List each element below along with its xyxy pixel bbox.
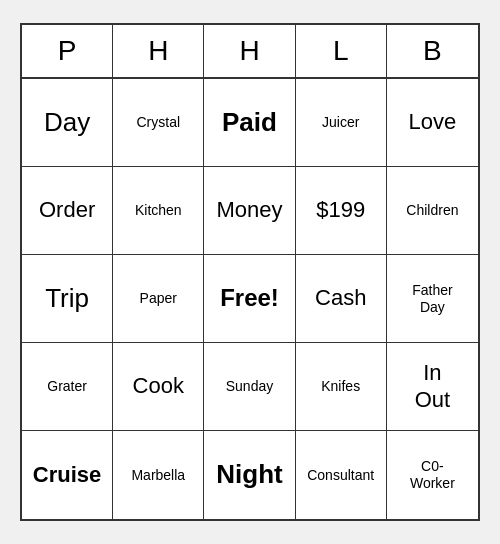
bingo-header: P H H L B bbox=[22, 25, 478, 79]
cell-text: Cruise bbox=[33, 462, 101, 488]
cell-text: Children bbox=[406, 202, 458, 219]
cell-4-4: Knifes bbox=[296, 343, 387, 431]
cell-text: Kitchen bbox=[135, 202, 182, 219]
cell-text: Money bbox=[216, 197, 282, 223]
cell-text: Day bbox=[44, 107, 90, 138]
cell-text: Cash bbox=[315, 285, 366, 311]
cell-text: Father Day bbox=[412, 282, 452, 316]
cell-text: Trip bbox=[45, 283, 89, 314]
header-p: P bbox=[22, 25, 113, 77]
cell-1-3: Paid bbox=[204, 79, 295, 167]
cell-4-2: Cook bbox=[113, 343, 204, 431]
cell-4-1: Grater bbox=[22, 343, 113, 431]
cell-text: Consultant bbox=[307, 467, 374, 484]
cell-4-3: Sunday bbox=[204, 343, 295, 431]
cell-2-2: Kitchen bbox=[113, 167, 204, 255]
cell-text: Juicer bbox=[322, 114, 359, 131]
bingo-card: P H H L B Day Crystal Paid Juicer Love O… bbox=[20, 23, 480, 521]
cell-text: $199 bbox=[316, 197, 365, 223]
cell-text: Grater bbox=[47, 378, 87, 395]
cell-3-1: Trip bbox=[22, 255, 113, 343]
header-l: L bbox=[296, 25, 387, 77]
cell-text: Love bbox=[409, 109, 457, 135]
cell-1-1: Day bbox=[22, 79, 113, 167]
cell-1-4: Juicer bbox=[296, 79, 387, 167]
cell-1-5: Love bbox=[387, 79, 478, 167]
cell-text: Knifes bbox=[321, 378, 360, 395]
cell-text: Cook bbox=[133, 373, 184, 399]
cell-text: Night bbox=[216, 459, 282, 490]
cell-text: Paid bbox=[222, 107, 277, 138]
cell-text: C0- Worker bbox=[410, 458, 455, 492]
cell-3-3: Free! bbox=[204, 255, 295, 343]
cell-3-4: Cash bbox=[296, 255, 387, 343]
cell-2-5: Children bbox=[387, 167, 478, 255]
cell-3-2: Paper bbox=[113, 255, 204, 343]
header-h1: H bbox=[113, 25, 204, 77]
cell-5-4: Consultant bbox=[296, 431, 387, 519]
cell-3-5: Father Day bbox=[387, 255, 478, 343]
cell-text: Marbella bbox=[131, 467, 185, 484]
header-b: B bbox=[387, 25, 478, 77]
cell-text: Sunday bbox=[226, 378, 273, 395]
cell-text: In Out bbox=[415, 360, 450, 413]
header-h2: H bbox=[204, 25, 295, 77]
cell-2-1: Order bbox=[22, 167, 113, 255]
cell-5-5: C0- Worker bbox=[387, 431, 478, 519]
bingo-grid: Day Crystal Paid Juicer Love Order Kitch… bbox=[22, 79, 478, 519]
cell-text: Free! bbox=[220, 284, 279, 313]
cell-2-3: Money bbox=[204, 167, 295, 255]
cell-4-5: In Out bbox=[387, 343, 478, 431]
cell-text: Order bbox=[39, 197, 95, 223]
cell-5-2: Marbella bbox=[113, 431, 204, 519]
cell-1-2: Crystal bbox=[113, 79, 204, 167]
cell-5-3: Night bbox=[204, 431, 295, 519]
cell-5-1: Cruise bbox=[22, 431, 113, 519]
cell-2-4: $199 bbox=[296, 167, 387, 255]
cell-text: Crystal bbox=[137, 114, 181, 131]
cell-text: Paper bbox=[140, 290, 177, 307]
